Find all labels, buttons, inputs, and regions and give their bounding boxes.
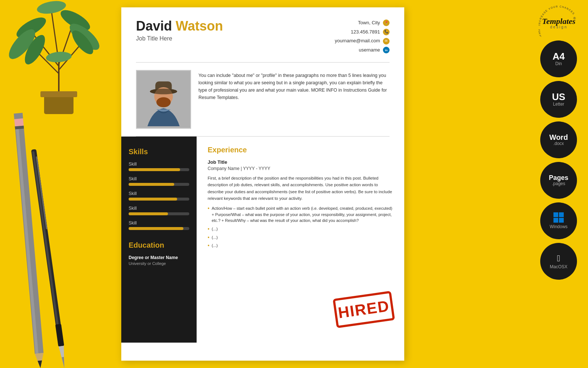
skill-bar-fill-4: [129, 212, 168, 215]
full-name: David Watson: [136, 18, 223, 34]
education-section: Education Degree or Master Name Universi…: [129, 241, 189, 266]
svg-text:Templates: Templates: [542, 17, 576, 26]
bullet-text-3: (...): [212, 234, 218, 241]
badge-a4-main: A4: [552, 52, 564, 61]
bullet-dot-3: •: [208, 234, 209, 241]
svg-rect-1: [40, 91, 77, 97]
hired-text: HIRED: [337, 297, 391, 322]
bullet-1: • Action/How – start each bullet point w…: [208, 205, 393, 224]
skill-label-4: Skill: [129, 206, 189, 211]
location-text: Town, City: [358, 18, 380, 28]
badge-us-main: US: [552, 92, 565, 102]
skill-item-5: Skill: [129, 220, 189, 230]
badge-word-sub: .docx: [553, 141, 564, 146]
sidebar: Skills Skill Skill Skill Ski: [121, 137, 197, 343]
main-content: Skills Skill Skill Skill Ski: [121, 137, 404, 343]
phone-text: 123.456.7891: [351, 28, 380, 37]
phone-icon: 📞: [383, 29, 390, 35]
skill-bar-fill-2: [129, 183, 174, 186]
bullet-3: • (...): [208, 234, 393, 241]
apple-icon: : [557, 253, 560, 263]
email-text: yourname@mail.com: [335, 36, 380, 46]
badge-us-sub: Letter: [553, 102, 564, 107]
location-icon: 📍: [383, 20, 390, 26]
name-section: David Watson Job Title Here: [136, 18, 223, 42]
experience-title: Experience: [208, 146, 393, 154]
badge-windows-label: Windows: [550, 224, 568, 229]
svg-rect-21: [14, 113, 23, 119]
badge-pages-sub: .pages: [552, 181, 565, 186]
contact-phone: 123.456.7891 📞: [335, 28, 390, 37]
win-sq-1: [553, 212, 558, 217]
skills-title: Skills: [129, 148, 189, 156]
badge-word-main: Word: [549, 134, 568, 141]
linkedin-icon: in: [383, 47, 390, 53]
right-content: Experience Job Title Company Name | YYYY…: [197, 137, 404, 343]
badge-windows: Windows: [540, 202, 577, 239]
resume-paper: David Watson Job Title Here Town, City 📍…: [121, 7, 404, 361]
svg-marker-19: [37, 361, 43, 368]
education-degree: Degree or Master Name: [129, 255, 189, 260]
svg-marker-27: [59, 346, 67, 368]
education-title: Education: [129, 241, 189, 250]
svg-text:FOR PERSONAL DEVELOPMENT: FOR PERSONAL DEVELOPMENT: [538, 29, 566, 37]
badge-a4: A4 Din: [540, 40, 577, 77]
svg-point-15: [46, 51, 72, 63]
bullet-dot-1: •: [208, 205, 209, 224]
profile-section: You can include "about me" or "profile" …: [121, 63, 404, 136]
badge-macosx:  MacOSX: [540, 243, 577, 280]
svg-rect-26: [55, 324, 64, 347]
job-title-experience: Job Title: [208, 159, 393, 165]
first-name: David: [136, 18, 172, 33]
skill-bar-fill-5: [129, 227, 183, 230]
skill-bar-bg-3: [129, 198, 189, 201]
bullet-text-2: (...): [212, 226, 218, 232]
bullet-dot-2: •: [208, 226, 209, 232]
bullet-4: • (...): [208, 243, 393, 249]
job-title-header: Job Title Here: [136, 35, 223, 42]
skill-label-3: Skill: [129, 191, 189, 196]
hired-stamp: HIRED: [333, 291, 395, 328]
skill-bar-bg-4: [129, 212, 189, 215]
company-name: Company Name | YYYY - YYYY: [208, 166, 393, 171]
last-name: Watson: [176, 18, 223, 33]
contact-location: Town, City 📍: [335, 18, 390, 28]
skill-item-2: Skill: [129, 176, 189, 186]
win-sq-4: [559, 218, 564, 223]
bullet-text-1: Action/How – start each bullet point wit…: [212, 205, 393, 224]
linkedin-text: username: [359, 46, 380, 55]
skill-label-1: Skill: [129, 162, 189, 167]
svg-text:®: ®: [573, 17, 576, 20]
right-panel: INCREASE YOUR CHANCES Templates ® design…: [529, 0, 588, 368]
skill-item-4: Skill: [129, 206, 189, 215]
badge-macosx-label: MacOSX: [550, 264, 567, 269]
email-icon: ✉: [383, 38, 390, 45]
skill-bar-fill-3: [129, 198, 177, 201]
skill-bar-fill-1: [129, 168, 180, 171]
badge-a4-sub: Din: [555, 61, 562, 66]
badge-pages: Pages .pages: [540, 162, 577, 199]
bullet-text-4: (...): [212, 243, 218, 249]
about-text: You can include "about me" or "profile" …: [198, 70, 390, 101]
skill-bar-bg-5: [129, 227, 189, 230]
svg-point-33: [150, 89, 177, 95]
svg-marker-28: [62, 357, 65, 368]
svg-rect-0: [44, 96, 74, 114]
skill-bar-bg-2: [129, 183, 189, 186]
svg-rect-20: [14, 118, 24, 127]
win-sq-3: [553, 218, 558, 223]
job-description: First, a brief description of the positi…: [208, 175, 393, 202]
contact-linkedin: username in: [335, 46, 390, 55]
bullet-2: • (...): [208, 226, 393, 232]
plant-decoration: [0, 0, 121, 118]
badge-word: Word .docx: [540, 121, 577, 158]
win-sq-2: [559, 212, 564, 217]
svg-point-34: [157, 97, 171, 107]
templates-logo: INCREASE YOUR CHANCES Templates ® design…: [537, 4, 581, 37]
windows-icon: [553, 212, 564, 223]
badge-us: US Letter: [540, 81, 577, 118]
skill-bar-bg-1: [129, 168, 189, 171]
skill-item-3: Skill: [129, 191, 189, 201]
education-school: University or College: [129, 261, 189, 266]
svg-text:design: design: [550, 25, 567, 29]
